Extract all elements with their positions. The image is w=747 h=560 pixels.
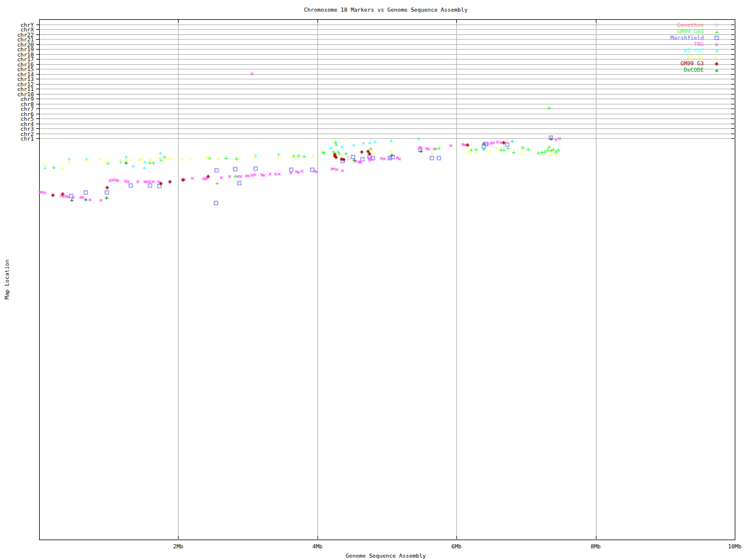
- marker-decode: +: [84, 196, 88, 202]
- y-tick-label-chr1: chr1: [0, 136, 34, 142]
- bottom-tick-4mb: [317, 536, 318, 539]
- grid-line-chr20: [40, 44, 734, 45]
- marker-marshfield: [253, 167, 257, 171]
- marker-wi-yac: ▲: [389, 139, 392, 143]
- marker-wi-rh: *: [310, 153, 315, 162]
- grid-line-chr9: [40, 99, 734, 99]
- left-tick-chr21: [36, 39, 39, 40]
- marker-gm99-gb4: +: [437, 145, 441, 151]
- plot-layer: chrYchrXchr22chr21chr20chr19chr18chr17ch…: [0, 0, 747, 560]
- marker-wi-yac: ▲: [142, 166, 145, 170]
- marker-marshfield: [238, 181, 242, 186]
- marker-gm99-gb4: +: [296, 152, 301, 159]
- right-tick-chrY: [731, 24, 734, 25]
- top-tick-2mb: [178, 20, 179, 23]
- marker-gm99-gb4: +: [521, 144, 525, 150]
- bottom-tick-6mb: [456, 536, 457, 539]
- marker-tng: ×: [116, 177, 120, 184]
- grid-line-chr14: [40, 74, 734, 75]
- right-tick-chr15: [731, 69, 734, 69]
- left-tick-chr11: [36, 89, 39, 89]
- grid-line-chr8: [40, 104, 734, 104]
- right-tick-chr3: [731, 128, 734, 129]
- grid-line-chrX: [40, 29, 734, 30]
- marker-decode: +: [70, 197, 74, 203]
- marker-tng: ×: [449, 142, 453, 149]
- marker-gm99-gb4: +: [235, 155, 239, 162]
- marker-tng: ×: [397, 156, 402, 162]
- left-tick-chr9: [36, 99, 39, 99]
- right-tick-chr16: [731, 64, 734, 65]
- marker-tng: ×: [340, 167, 344, 174]
- marker-wi-rh: *: [343, 136, 348, 144]
- left-tick-chr22: [36, 34, 39, 35]
- marker-gm99-gb4: +: [547, 104, 551, 111]
- marker-wi-rh: *: [520, 151, 525, 159]
- marker-gm99-gb4: +: [510, 138, 514, 144]
- marker-gm99-g3: ◈: [466, 142, 470, 148]
- marker-tng: ×: [219, 174, 224, 181]
- grid-line-chr2: [40, 134, 734, 134]
- marker-tng: ×: [315, 169, 319, 175]
- bottom-tick-2mb: [178, 536, 179, 539]
- marker-wi-rh: *: [169, 156, 174, 164]
- marker-decode: +: [124, 159, 128, 166]
- right-tick-chr7: [731, 108, 734, 109]
- marker-gm99-g3: ◈: [360, 149, 364, 155]
- marker-tng: ×: [382, 156, 386, 162]
- right-tick-chr5: [731, 118, 734, 119]
- left-tick-chr10: [36, 94, 39, 94]
- marker-tng: ×: [300, 168, 304, 174]
- x-tick-label-6Mb: 6Mb: [452, 544, 462, 550]
- marker-wi-rh: *: [216, 156, 221, 164]
- marker-gm99-gb4: +: [224, 155, 228, 161]
- right-tick-chr6: [731, 114, 734, 114]
- grid-line-chr3: [40, 128, 734, 129]
- grid-line-chr13: [40, 79, 734, 79]
- chart-root: Chromosome 18 Markers vs Genome Sequence…: [0, 0, 747, 560]
- left-tick-chr18: [36, 54, 39, 55]
- marker-marshfield: [437, 156, 441, 160]
- left-tick-chr8: [36, 104, 39, 104]
- x-tick-label-8Mb: 8Mb: [591, 544, 601, 550]
- marker-gm99-gb4: +: [52, 164, 56, 170]
- marker-marshfield: [214, 201, 218, 205]
- marker-wi-rh: *: [555, 152, 560, 160]
- marker-wi-rh: *: [128, 157, 133, 165]
- marker-tng: ×: [277, 171, 281, 177]
- grid-line-chr18: [40, 54, 734, 55]
- grid-line-chr15: [40, 69, 734, 69]
- right-tick-chr8: [731, 104, 734, 104]
- x-tick-label-2Mb: 2Mb: [173, 544, 183, 550]
- marker-wi-yac: ▲: [329, 146, 332, 150]
- marker-wi-rh: *: [289, 154, 294, 162]
- right-tick-chr20: [731, 44, 734, 45]
- marker-gm99-gb4: +: [302, 153, 306, 159]
- x-tick-label-10Mb: 10Mb: [728, 544, 742, 550]
- marker-wi-yac: ▲: [374, 140, 376, 144]
- marker-tng: ×: [262, 172, 266, 178]
- grid-line-2mb: [178, 20, 179, 539]
- grid-line-chr5: [40, 118, 734, 119]
- marker-decode: +: [419, 148, 423, 154]
- marker-tng: ×: [358, 159, 362, 166]
- marker-gm99-g3: ◈: [105, 185, 109, 190]
- grid-line-chr4: [40, 124, 734, 124]
- right-tick-chr9: [731, 99, 734, 99]
- marker-gm99-gb4: +: [502, 146, 506, 153]
- marker-tng: ×: [151, 178, 155, 185]
- top-tick-6mb: [456, 20, 457, 23]
- marker-tng: ×: [253, 172, 257, 178]
- marker-gm99-g3: ◈: [368, 151, 372, 156]
- marker-wi-rh: *: [372, 150, 376, 159]
- right-tick-chr17: [731, 59, 734, 60]
- marker-wi-yac: ▲: [362, 141, 365, 145]
- marker-wi-rh: *: [67, 160, 71, 169]
- marker-tng: ×: [88, 197, 92, 203]
- marker-tng: ×: [99, 197, 103, 204]
- grid-line-chr17: [40, 59, 734, 60]
- right-tick-chr10: [731, 94, 734, 94]
- marker-tng: ×: [335, 166, 339, 173]
- left-tick-chrY: [36, 24, 39, 25]
- left-tick-chrX: [36, 29, 39, 30]
